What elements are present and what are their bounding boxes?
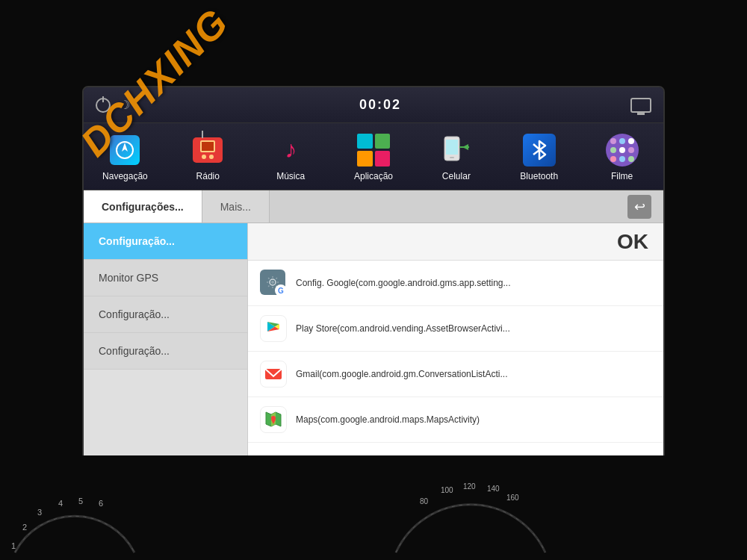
nav-label-musica: Música	[276, 171, 305, 181]
power-icon[interactable]	[96, 98, 111, 113]
list-item[interactable]: Maps(com.google.android.maps.MapsActivit…	[248, 397, 663, 443]
list-item[interactable]: Play Store(com.android.vending.AssetBrow…	[248, 306, 663, 352]
top-bar: ☽ 00:02	[84, 87, 663, 123]
nav-item-musica[interactable]: ♪ Música	[249, 123, 332, 190]
nav-row: Navegação	[84, 123, 663, 190]
radio-body	[193, 137, 223, 163]
back-button[interactable]: ↩	[627, 195, 651, 219]
car-screen: ☽ 00:02 Navegação	[82, 86, 665, 474]
google-settings-icon: G	[260, 270, 287, 296]
ok-button[interactable]: OK	[617, 230, 648, 254]
nav-icon-navegacao	[107, 132, 143, 168]
nav-label-bluetooth: Bluetooth	[520, 171, 558, 181]
nav-item-aplicacao[interactable]: Aplicação	[332, 123, 415, 190]
svg-rect-3	[446, 140, 458, 155]
nav-icon-filme	[604, 132, 640, 168]
sidebar-item-monitor-gps[interactable]: Monitor GPS	[84, 260, 247, 296]
app-list: G Config. Google(com.google.android.gms.…	[248, 261, 663, 474]
screen-icon[interactable]	[630, 98, 651, 113]
celular-icon	[440, 134, 473, 167]
svg-text:100: 100	[441, 486, 453, 494]
nav-label-navegacao: Navegação	[102, 171, 148, 181]
gmail-svg	[264, 367, 282, 382]
nav-label-radio: Rádio	[196, 171, 220, 181]
filme-icon	[606, 134, 639, 167]
radio-icon-wrap	[191, 134, 224, 167]
radio-antenna	[202, 131, 203, 138]
nav-label-aplicacao: Aplicação	[354, 171, 393, 181]
app-item-text-play-store: Play Store(com.android.vending.AssetBrow…	[296, 323, 651, 334]
right-gauge-svg: 80 100 120 140 160	[374, 463, 568, 560]
google-g-overlay: G	[275, 284, 287, 296]
tab-configuracoes[interactable]: Configurações...	[84, 190, 202, 223]
svg-text:1: 1	[11, 541, 16, 550]
nav-icon-aplicacao	[356, 132, 391, 168]
bluetooth-icon	[523, 134, 556, 167]
maps-svg	[264, 410, 283, 429]
svg-text:160: 160	[506, 494, 519, 502]
outer-frame: DCHXING ☽ 00:02	[0, 0, 747, 560]
right-content: OK	[248, 223, 663, 474]
svg-text:5: 5	[78, 497, 83, 505]
filme-dots	[610, 138, 634, 162]
main-panel: Configuração... Monitor GPS Configuração…	[84, 223, 663, 474]
svg-text:4: 4	[58, 499, 63, 508]
app-item-text-google-config: Config. Google(com.google.android.gms.ap…	[296, 278, 651, 288]
content-area: Configurações... Mais... ↩ Configuração.…	[84, 190, 663, 474]
radio-buttons	[202, 155, 214, 159]
radio-speaker	[200, 140, 215, 152]
app-item-text-maps: Maps(com.google.android.maps.MapsActivit…	[296, 414, 651, 425]
maps-icon	[260, 406, 287, 433]
sidebar-item-configuracao-active[interactable]: Configuração...	[84, 223, 247, 260]
gauge-right: 80 100 120 140 160	[374, 463, 747, 560]
nav-item-bluetooth[interactable]: Bluetooth	[498, 123, 580, 190]
svg-marker-1	[122, 143, 128, 152]
svg-rect-4	[450, 157, 454, 158]
nav-item-radio[interactable]: Rádio	[167, 123, 249, 190]
sidebar-item-configuracao-2[interactable]: Configuração...	[84, 296, 247, 333]
list-item[interactable]: Gmail(com.google.android.gm.Conversation…	[248, 352, 663, 397]
time-display: 00:02	[130, 97, 630, 113]
gmail-icon	[260, 361, 287, 388]
nav-item-navegacao[interactable]: Navegação	[84, 123, 167, 190]
nav-label-celular: Celular	[442, 171, 471, 181]
svg-point-8	[271, 281, 274, 284]
app-item-text-gmail: Gmail(com.google.android.gm.Conversation…	[296, 369, 651, 379]
ok-header: OK	[248, 223, 663, 261]
sidebar-item-configuracao-3[interactable]: Configuração...	[84, 333, 247, 370]
svg-text:120: 120	[463, 482, 476, 491]
moon-icon: ☽	[120, 98, 130, 112]
top-bar-left: ☽	[96, 98, 130, 113]
play-store-icon	[260, 315, 287, 342]
tab-spacer: ↩	[270, 190, 663, 223]
left-gauge-svg: 1 2 3 4 5 6	[0, 463, 149, 560]
apps-icon	[357, 134, 390, 167]
svg-text:2: 2	[22, 523, 27, 532]
nav-icon-bluetooth	[521, 132, 557, 168]
nav-icon-musica: ♪	[273, 132, 309, 168]
svg-text:80: 80	[420, 497, 429, 505]
svg-text:3: 3	[37, 508, 42, 517]
nav-label-filme: Filme	[611, 171, 633, 181]
left-sidebar: Configuração... Monitor GPS Configuração…	[84, 223, 248, 474]
nav-icon-radio	[190, 132, 226, 168]
nav-item-celular[interactable]: Celular	[415, 123, 498, 190]
nav-item-filme[interactable]: Filme	[580, 123, 663, 190]
tab-mais[interactable]: Mais...	[202, 190, 270, 223]
list-item[interactable]: G Config. Google(com.google.android.gms.…	[248, 261, 663, 306]
tab-bar: Configurações... Mais... ↩	[84, 190, 663, 223]
svg-text:140: 140	[487, 485, 500, 493]
navigation-icon	[110, 135, 140, 165]
svg-rect-6	[459, 146, 469, 148]
music-icon: ♪	[276, 135, 306, 165]
dashboard-bottom: 1 2 3 4 5 6 80 100 120 140 160	[0, 455, 747, 560]
play-store-svg	[265, 320, 282, 337]
svg-text:6: 6	[99, 499, 103, 508]
nav-icon-celular	[438, 132, 474, 168]
gauge-left: 1 2 3 4 5 6	[0, 463, 374, 560]
